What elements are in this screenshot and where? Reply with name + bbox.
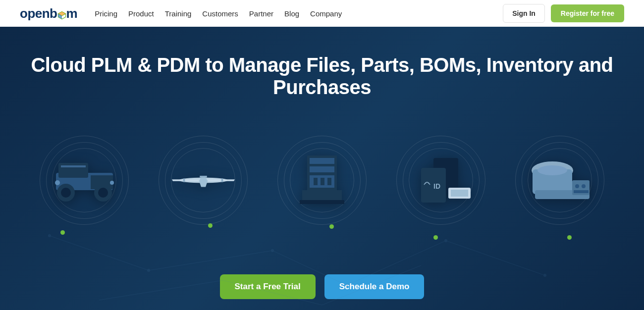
svg-line-0 (50, 236, 149, 270)
svg-point-10 (271, 249, 274, 252)
main-nav: Pricing Product Training Customers Partn… (95, 9, 503, 18)
svg-rect-31 (310, 166, 334, 172)
nav-training[interactable]: Training (165, 9, 192, 18)
svg-line-7 (322, 265, 421, 305)
svg-point-18 (61, 188, 71, 198)
svg-point-22 (55, 180, 60, 185)
svg-point-11 (345, 284, 348, 287)
product-utility-vehicle (40, 136, 129, 225)
main-header: openb m Pricing Product Training Custome… (0, 0, 644, 27)
nav-product[interactable]: Product (128, 9, 154, 18)
svg-rect-27 (183, 178, 185, 182)
indicator-dot-icon (433, 235, 438, 240)
svg-point-13 (543, 274, 546, 277)
logo-text-1: openb (20, 6, 57, 21)
nav-partner[interactable]: Partner (249, 9, 273, 18)
svg-rect-42 (451, 190, 468, 197)
hero-title: Cloud PLM & PDM to Manage Files, Parts, … (0, 54, 644, 99)
nav-pricing[interactable]: Pricing (95, 9, 117, 18)
svg-line-1 (149, 251, 272, 270)
register-button[interactable]: Register for free (551, 4, 624, 22)
svg-rect-26 (200, 176, 207, 178)
svg-rect-35 (314, 178, 318, 185)
background-network-icon (0, 211, 644, 310)
nav-blog[interactable]: Blog (284, 9, 299, 18)
header-actions: Sign In Register for free (503, 4, 624, 23)
svg-rect-37 (327, 178, 331, 185)
svg-rect-30 (310, 158, 334, 164)
svg-point-23 (110, 181, 114, 185)
medical-equipment-icon (524, 152, 596, 209)
svg-point-20 (98, 188, 108, 198)
nav-company[interactable]: Company (310, 9, 342, 18)
logo-text-2: m (66, 6, 78, 21)
nav-customers[interactable]: Customers (202, 9, 238, 18)
indicator-dot-icon (208, 223, 213, 228)
product-machinery (277, 136, 367, 225)
svg-line-4 (446, 241, 545, 275)
svg-point-8 (48, 234, 51, 237)
product-row: ID (0, 136, 644, 225)
product-medical (515, 136, 604, 225)
svg-rect-49 (574, 190, 589, 193)
id-devices-icon: ID (405, 152, 477, 209)
indicator-dot-icon (329, 224, 334, 229)
svg-rect-15 (58, 163, 88, 178)
svg-line-3 (347, 241, 446, 285)
indicator-dot-icon (60, 230, 65, 235)
machinery-icon (286, 152, 358, 209)
svg-rect-36 (321, 178, 324, 185)
product-drone (159, 136, 248, 225)
indicator-dot-icon (567, 235, 572, 240)
svg-point-9 (147, 269, 150, 272)
svg-line-5 (99, 280, 223, 300)
drone-aircraft-icon (167, 152, 239, 209)
signin-button[interactable]: Sign In (503, 4, 545, 23)
svg-line-6 (223, 280, 322, 305)
utility-vehicle-icon (49, 152, 120, 209)
logo[interactable]: openb m (20, 6, 77, 21)
logo-o-icon (57, 8, 67, 18)
svg-rect-28 (221, 178, 223, 182)
svg-rect-21 (61, 165, 86, 167)
svg-point-47 (575, 184, 579, 188)
hero-section: Cloud PLM & PDM to Manage Files, Parts, … (0, 27, 644, 310)
svg-point-12 (444, 239, 447, 242)
svg-line-2 (272, 251, 347, 285)
svg-point-48 (582, 184, 586, 188)
product-id-devices: ID (396, 136, 485, 225)
svg-point-50 (537, 165, 567, 175)
svg-rect-34 (300, 200, 344, 204)
svg-text:ID: ID (433, 182, 440, 190)
